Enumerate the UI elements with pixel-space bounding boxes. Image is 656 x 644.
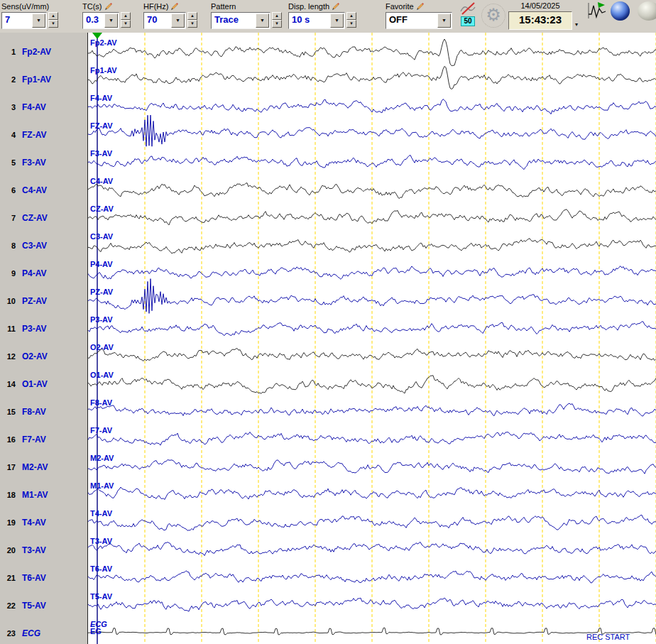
tc-spin-up-icon[interactable]: ▲ — [121, 12, 131, 20]
tc-dropdown-icon[interactable]: ▼ — [104, 13, 118, 28]
pattern-combobox[interactable]: Trace ▼ — [211, 12, 270, 29]
channel-label: F4-AV — [22, 102, 46, 112]
channel-row-3[interactable]: 3F4-AV — [0, 100, 87, 113]
display-length-spin-up-icon[interactable]: ▲ — [346, 12, 356, 20]
channel-row-12[interactable]: 12O2-AV — [0, 349, 87, 362]
channel-number: 17 — [0, 461, 16, 474]
display-length-edit-pencil-icon[interactable] — [332, 2, 340, 11]
trace-label-C3-AV: C3-AV — [90, 232, 114, 241]
channel-number: 8 — [0, 239, 16, 252]
sens-spin-down-icon[interactable]: ▼ — [48, 20, 58, 28]
channel-row-22[interactable]: 22T5-AV — [0, 599, 87, 611]
channel-row-10[interactable]: 10PZ-AV — [0, 294, 87, 307]
time-display: 15:43:23 — [508, 11, 572, 30]
tc-label: TC(s) — [82, 2, 102, 11]
channel-number: 6 — [0, 184, 16, 197]
pattern-spin-down-icon[interactable]: ▼ — [272, 20, 282, 28]
channel-number: 21 — [0, 572, 16, 584]
eeg-trace-T3-AV — [88, 542, 656, 555]
tc-value: 0.3 — [83, 13, 104, 28]
channel-label: C4-AV — [22, 185, 47, 195]
trace-label-O1-AV: O1-AV — [90, 371, 114, 379]
channel-label: T3-AV — [22, 545, 46, 555]
hf-spin-up-icon[interactable]: ▲ — [187, 12, 197, 20]
sens-dropdown-icon[interactable]: ▼ — [32, 13, 45, 28]
partial-toolbar-icon[interactable] — [638, 1, 656, 21]
channel-label: T4-AV — [22, 518, 46, 528]
trace-display-area[interactable]: Fp2-AVFp1-AVF4-AVFZ-AVF3-AVC4-AVCZ-AVC3-… — [88, 33, 656, 644]
channel-label: ECG — [22, 628, 40, 638]
hf-edit-pencil-icon[interactable] — [170, 2, 179, 11]
channel-row-9[interactable]: 9P4-AV — [0, 266, 87, 279]
channel-row-2[interactable]: 2Fp1-AV — [0, 72, 87, 85]
head-map-icon[interactable] — [611, 1, 630, 21]
display-length-dropdown-icon[interactable]: ▼ — [330, 13, 344, 28]
settings-gear-icon[interactable]: ⚙ — [481, 4, 505, 28]
live-trace-icon[interactable] — [586, 1, 606, 20]
channel-row-7[interactable]: 7CZ-AV — [0, 211, 87, 224]
hf-control: HF(Hz) 70 ▼ ▲ ▼ — [143, 1, 197, 29]
channel-row-18[interactable]: 18M1-AV — [0, 488, 87, 501]
channel-label: O1-AV — [22, 379, 48, 389]
channel-label: T5-AV — [22, 601, 46, 611]
channel-row-15[interactable]: 15F8-AV — [0, 405, 87, 417]
pattern-spin-up-icon[interactable]: ▲ — [272, 12, 282, 20]
channel-number: 5 — [0, 156, 16, 169]
display-length-label: Disp. length — [288, 2, 329, 11]
channel-label: M1-AV — [22, 490, 48, 500]
channel-number: 16 — [0, 433, 16, 446]
channel-row-20[interactable]: 20T3-AV — [0, 543, 87, 556]
notch-frequency-badge: 50 — [461, 16, 474, 26]
channel-row-1[interactable]: 1Fp2-AV — [0, 45, 87, 58]
channel-label: T6-AV — [22, 573, 46, 583]
channel-row-19[interactable]: 19T4-AV — [0, 515, 87, 528]
tc-spin-down-icon[interactable]: ▼ — [121, 20, 131, 28]
trace-label-FZ-AV: FZ-AV — [90, 121, 113, 130]
tc-combobox[interactable]: 0.3 ▼ — [82, 12, 119, 29]
channel-row-8[interactable]: 8C3-AV — [0, 239, 87, 251]
favorite-dropdown-icon[interactable]: ▼ — [437, 13, 451, 28]
display-length-combobox[interactable]: 10 s ▼ — [288, 12, 345, 29]
channel-label: F7-AV — [22, 435, 46, 444]
channel-row-17[interactable]: 17M2-AV — [0, 460, 87, 473]
channel-row-21[interactable]: 21T6-AV — [0, 571, 87, 584]
channel-row-11[interactable]: 11P3-AV — [0, 322, 87, 334]
notch-filter-button[interactable]: 50 — [458, 1, 478, 26]
channel-label: PZ-AV — [22, 296, 47, 306]
favorite-combobox[interactable]: OFF ▼ — [386, 12, 452, 29]
channel-row-6[interactable]: 6C4-AV — [0, 183, 87, 196]
sens-combobox[interactable]: 7 ▼ — [1, 12, 47, 29]
trace-label-T6-AV: T6-AV — [90, 564, 113, 573]
channel-number: 15 — [0, 405, 16, 418]
channel-label: FZ-AV — [22, 130, 46, 140]
channel-row-5[interactable]: 5F3-AV — [0, 155, 87, 168]
eeg-canvas: Fp2-AVFp1-AVF4-AVFZ-AVF3-AVC4-AVCZ-AVC3-… — [88, 33, 656, 644]
trace-label-F4-AV: F4-AV — [90, 94, 113, 102]
channel-label: P3-AV — [22, 324, 46, 334]
datetime-display: 14/05/2025 15:43:23 — [508, 1, 572, 30]
eeg-main-area: 1Fp2-AV2Fp1-AV3F4-AV4FZ-AV5F3-AV6C4-AV7C… — [0, 33, 656, 644]
sens-spin-up-icon[interactable]: ▲ — [48, 12, 58, 20]
channel-row-23[interactable]: 23ECG — [0, 626, 87, 639]
time-value: 15:43:23 — [519, 13, 562, 26]
channel-label: Fp1-AV — [22, 75, 51, 84]
display-length-spin-down-icon[interactable]: ▼ — [346, 20, 356, 28]
tc-edit-pencil-icon[interactable] — [104, 2, 113, 11]
pattern-dropdown-icon[interactable]: ▼ — [256, 13, 269, 28]
channel-label: F3-AV — [22, 158, 46, 168]
time-dropdown-icon[interactable]: ▾ — [575, 21, 578, 28]
channel-number: 9 — [0, 267, 16, 280]
trace-label-F7-AV: F7-AV — [90, 426, 113, 435]
trace-label-P3-AV: P3-AV — [90, 315, 113, 324]
channel-row-4[interactable]: 4FZ-AV — [0, 128, 87, 141]
hf-spin-down-icon[interactable]: ▼ — [187, 20, 197, 28]
favorite-edit-pencil-icon[interactable] — [416, 2, 425, 11]
hf-dropdown-icon[interactable]: ▼ — [171, 13, 185, 28]
eeg-trace-C3-AV — [88, 239, 656, 253]
hf-combobox[interactable]: 70 ▼ — [143, 12, 186, 29]
channel-row-14[interactable]: 14O1-AV — [0, 377, 87, 390]
channel-number: 1 — [0, 45, 16, 58]
pattern-control: Pattern Trace ▼ ▲ ▼ — [211, 1, 282, 29]
channel-row-16[interactable]: 16F7-AV — [0, 432, 87, 445]
eeg-trace-C4-AV — [88, 183, 656, 199]
